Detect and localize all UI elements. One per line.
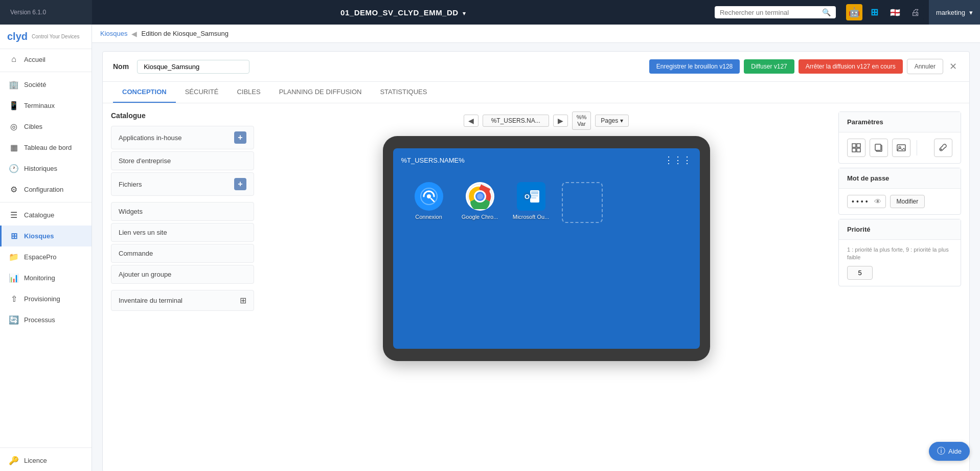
licence-icon: 🔑 [9, 456, 19, 465]
tablet-grid-icon[interactable]: ⋮⋮⋮ [664, 154, 692, 166]
preview-area: ◀ %T_USERS.NA... ▶ %%Var Pages ▾ [262, 111, 830, 463]
title-dropdown-icon[interactable]: ▾ [463, 10, 466, 16]
pages-btn[interactable]: Pages ▾ [595, 115, 629, 127]
sidebar-logo: clyd Control Your Devices [0, 25, 92, 49]
catalogue-item-groupe[interactable]: Ajouter un groupe [111, 265, 254, 284]
connexion-icon-img [415, 182, 443, 211]
sidebar-bottom: 🔑 Licence [0, 445, 92, 471]
svg-rect-10 [531, 191, 538, 194]
image-icon-btn[interactable] [892, 139, 910, 157]
sidebar-label-espacepro: EspacePro [24, 253, 57, 261]
tab-planning[interactable]: PLANNING DE DIFFUSION [270, 82, 371, 103]
topbar-version: Version 6.1.0 [0, 0, 92, 25]
sidebar-item-historiques[interactable]: 🕐 Historiques [0, 158, 92, 179]
tab-conception[interactable]: CONCEPTION [113, 82, 176, 103]
catalogue-label-commande: Commande [119, 250, 153, 257]
sidebar-item-terminaux[interactable]: 📱 Terminaux [0, 95, 92, 116]
wrench-icon-btn[interactable] [934, 139, 952, 157]
sidebar-label-historiques: Historiques [24, 165, 57, 172]
android-icon[interactable]: 🤖 [846, 4, 862, 20]
breadcrumb-separator: ◀ [131, 30, 137, 38]
search-input[interactable] [720, 9, 822, 16]
breadcrumb-current: Edition de Kiosque_Samsung [141, 30, 229, 37]
catalogue-item-widgets[interactable]: Widgets [111, 202, 254, 221]
sidebar-item-catalogue[interactable]: ☰ Catalogue [0, 205, 92, 226]
sidebar-item-configuration[interactable]: ⚙ Configuration [0, 179, 92, 200]
print-icon[interactable]: 🖨 [907, 4, 924, 20]
catalogue-icon: ☰ [9, 210, 19, 220]
tab-securite[interactable]: SÉCURITÉ [176, 82, 228, 103]
sidebar-item-licence[interactable]: 🔑 Licence [0, 450, 92, 471]
outlook-icon-img: O [517, 182, 545, 211]
catalogue-item-lien[interactable]: Lien vers un site [111, 223, 254, 242]
editor-tabs: CONCEPTION SÉCURITÉ CIBLES PLANNING DE D… [103, 82, 969, 103]
sidebar-label-cibles: Cibles [24, 123, 42, 130]
catalogue-item-commande[interactable]: Commande [111, 244, 254, 263]
diffuse-button[interactable]: Diffuser v127 [744, 59, 794, 74]
stop-button[interactable]: Arrêter la diffusion v127 en cours [799, 59, 903, 74]
sidebar-item-processus[interactable]: 🔄 Processus [0, 309, 92, 330]
windows-icon[interactable]: ⊞ [867, 4, 883, 20]
user-name: marketing [936, 9, 965, 16]
close-button[interactable]: ✕ [947, 61, 959, 72]
preview-toolbar: ◀ %T_USERS.NA... ▶ %%Var Pages ▾ [262, 111, 830, 130]
sidebar-item-espacepro[interactable]: 📁 EspacePro [0, 246, 92, 267]
sidebar-item-accueil[interactable]: ⌂ Accueil [0, 49, 92, 70]
percent-btn[interactable]: %%Var [572, 111, 591, 130]
layout-icon [852, 143, 861, 152]
password-title: Mot de passe [839, 168, 961, 189]
tab-cibles[interactable]: CIBLES [227, 82, 269, 103]
chrome-label: Google Chro... [462, 214, 498, 220]
breadcrumb-parent[interactable]: Kiosques [100, 30, 127, 37]
sidebar-divider-1 [0, 72, 92, 72]
name-input[interactable] [137, 60, 249, 74]
topbar-title: 01_DEMO_SV_CLYD_EMM_DD ▾ [92, 8, 715, 17]
app-placeholder[interactable] [562, 182, 603, 223]
catalogue-label-groupe: Ajouter un groupe [119, 271, 171, 278]
sidebar-item-monitoring[interactable]: 📊 Monitoring [0, 267, 92, 288]
inventaire-icon: ⊞ [240, 296, 246, 305]
cancel-button[interactable]: Annuler [907, 59, 943, 74]
sidebar-item-societe[interactable]: 🏢 Société [0, 74, 92, 95]
tab-statistiques[interactable]: STATISTIQUES [371, 82, 436, 103]
title-text: 01_DEMO_SV_CLYD_EMM_DD [340, 8, 459, 17]
connexion-label: Connexion [415, 214, 442, 220]
copy-icon-btn[interactable] [870, 139, 888, 157]
sidebar-item-tableau[interactable]: ▦ Tableau de bord [0, 137, 92, 158]
copy-icon [874, 143, 883, 152]
configuration-icon: ⚙ [9, 185, 19, 194]
eye-button[interactable]: 👁 [874, 197, 881, 206]
draft-button[interactable]: Enregistrer le brouillon v128 [649, 59, 740, 74]
search-bar[interactable]: 🔍 [715, 6, 836, 18]
flag-icon[interactable]: 🏴󠁧󠁢󠁥󠁮󠁧󠁿 [887, 4, 903, 20]
editor-body: Catalogue Applications in-house + Store … [103, 103, 969, 471]
password-field[interactable]: •••• 👁 [847, 195, 886, 208]
catalogue-item-apps[interactable]: Applications in-house + [111, 126, 254, 149]
sidebar-item-cibles[interactable]: ◎ Cibles [0, 116, 92, 137]
app-icon-connexion[interactable]: Connexion [408, 182, 449, 223]
sidebar-item-kiosques[interactable]: ⊞ Kiosques [0, 226, 92, 246]
next-nav-btn[interactable]: ▶ [553, 115, 568, 127]
cibles-icon: ◎ [9, 122, 19, 131]
modifier-button[interactable]: Modifier [890, 195, 925, 208]
content-area: Nom Enregistrer le brouillon v128 Diffus… [92, 43, 980, 471]
catalogue-item-inventaire[interactable]: Inventaire du terminal ⊞ [111, 290, 254, 311]
params-icons [847, 139, 952, 157]
catalogue-item-fichiers[interactable]: Fichiers + [111, 172, 254, 196]
layout-icon-btn[interactable] [847, 139, 865, 157]
app-icon-chrome[interactable]: Google Chro... [460, 182, 500, 223]
tab-conception-label: CONCEPTION [122, 88, 167, 96]
params-divider [917, 140, 917, 155]
catalogue-plus-apps[interactable]: + [234, 131, 246, 144]
kiosques-icon: ⊞ [9, 231, 19, 241]
tablet-header: %T_USERS.NAME% ⋮⋮⋮ [393, 148, 700, 172]
catalogue-plus-fichiers[interactable]: + [234, 178, 246, 190]
topbar-user[interactable]: marketing ▾ [929, 0, 980, 25]
sidebar-divider-2 [0, 202, 92, 203]
help-button[interactable]: ⓘ Aide [929, 442, 970, 461]
tableau-icon: ▦ [9, 143, 19, 152]
sidebar-item-provisioning[interactable]: ⇧ Provisioning [0, 288, 92, 309]
app-icon-outlook[interactable]: O Microsoft Ou... [511, 182, 552, 223]
prev-nav-btn[interactable]: ◀ [464, 115, 478, 127]
catalogue-item-store[interactable]: Store d'entreprise [111, 151, 254, 170]
